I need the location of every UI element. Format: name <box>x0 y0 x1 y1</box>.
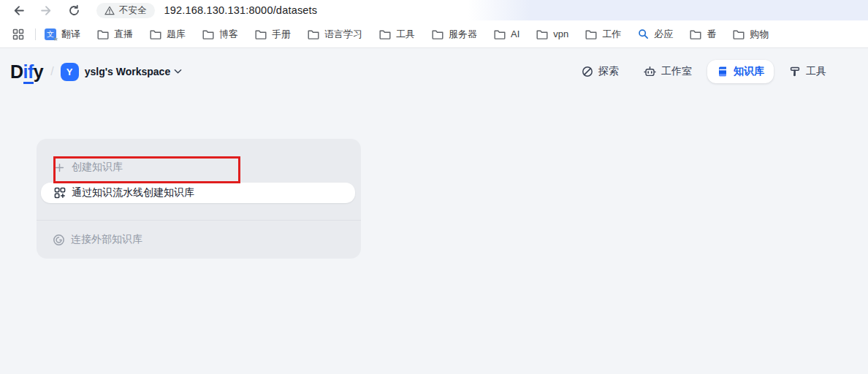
bookmark-translate[interactable]: 文★ 翻译 <box>45 28 80 41</box>
forward-icon <box>40 4 53 17</box>
search-icon <box>638 28 649 39</box>
apps-grid-button[interactable] <box>9 26 28 43</box>
bookmark-folder[interactable]: 博客 <box>202 28 238 41</box>
bookmark-folder[interactable]: 番 <box>690 28 716 41</box>
chevron-down-icon[interactable] <box>174 69 182 75</box>
bookmarks-bar: 文★ 翻译 直播 题库 博客 手册 语言学习 工具 服务器 AI vpn 工作 <box>0 20 868 48</box>
bookmark-folder[interactable]: 手册 <box>255 28 291 41</box>
plus-icon <box>54 162 65 173</box>
folder-icon <box>585 29 597 39</box>
bookmark-folder[interactable]: 工具 <box>379 28 415 41</box>
security-badge[interactable]: 不安全 <box>96 3 155 18</box>
bookmarks-separator <box>35 28 36 40</box>
refresh-button[interactable] <box>64 1 83 19</box>
dify-logo[interactable]: Dify <box>10 61 43 83</box>
folder-icon <box>150 29 161 39</box>
translate-icon: 文★ <box>45 28 56 40</box>
url-omnibox[interactable]: 192.168.130.131:8000/datasets <box>164 4 318 16</box>
nav-item-tools[interactable]: 工具 <box>780 60 836 83</box>
create-knowledge-card: 创建知识库 通过知识流水线创建知识库 连接外部知识库 <box>37 139 361 259</box>
workspace-name[interactable]: yslg's Workspace <box>85 66 170 77</box>
folder-icon <box>97 29 109 39</box>
bookmark-folder[interactable]: 语言学习 <box>308 28 362 41</box>
create-knowledge-button[interactable]: 创建知识库 <box>54 155 343 180</box>
app-header: Dify / Y yslg's Workspace 探索 工作室 知识库 <box>10 58 836 85</box>
nav-item-knowledge[interactable]: 知识库 <box>707 60 774 83</box>
folder-icon <box>379 29 391 39</box>
forward-button[interactable] <box>37 1 56 19</box>
external-knowledge-icon <box>53 234 65 246</box>
folder-icon <box>494 29 506 39</box>
warning-triangle-icon <box>104 6 115 15</box>
grid-add-icon <box>54 187 66 199</box>
nav-item-explore[interactable]: 探索 <box>572 60 628 83</box>
tools-icon <box>789 66 801 77</box>
connect-external-knowledge-button[interactable]: 连接外部知识库 <box>53 229 343 250</box>
apps-grid-icon <box>12 28 24 40</box>
card-divider <box>37 220 361 221</box>
folder-icon <box>255 29 267 39</box>
bookmark-folder[interactable]: 服务器 <box>432 28 477 41</box>
bookmark-folder[interactable]: 工作 <box>585 28 621 41</box>
bookmark-folder[interactable]: 购物 <box>733 28 769 41</box>
folder-icon <box>202 29 214 39</box>
bookmark-bing[interactable]: 必应 <box>638 28 673 41</box>
back-icon <box>12 4 25 17</box>
refresh-icon <box>68 4 80 17</box>
folder-icon <box>690 29 701 39</box>
bookmark-folder[interactable]: AI <box>494 28 519 39</box>
folder-icon <box>432 29 443 39</box>
nav-item-studio[interactable]: 工作室 <box>634 60 701 83</box>
bookmark-folder[interactable]: vpn <box>536 28 568 39</box>
workspace-avatar[interactable]: Y <box>61 63 79 81</box>
browser-toolbar: 不安全 192.168.130.131:8000/datasets <box>0 0 868 20</box>
security-label: 不安全 <box>119 4 147 17</box>
bookmark-folder[interactable]: 直播 <box>97 28 133 41</box>
explore-icon <box>582 66 593 77</box>
studio-icon <box>644 66 656 78</box>
breadcrumb-slash: / <box>50 65 53 78</box>
back-button[interactable] <box>9 1 28 19</box>
header-nav: 探索 工作室 知识库 工具 <box>572 60 836 83</box>
folder-icon <box>308 29 319 39</box>
folder-icon <box>536 29 548 39</box>
bookmark-folder[interactable]: 题库 <box>150 28 186 41</box>
knowledge-icon <box>717 66 728 77</box>
folder-icon <box>733 29 745 39</box>
create-from-pipeline-button[interactable]: 通过知识流水线创建知识库 <box>41 183 355 203</box>
